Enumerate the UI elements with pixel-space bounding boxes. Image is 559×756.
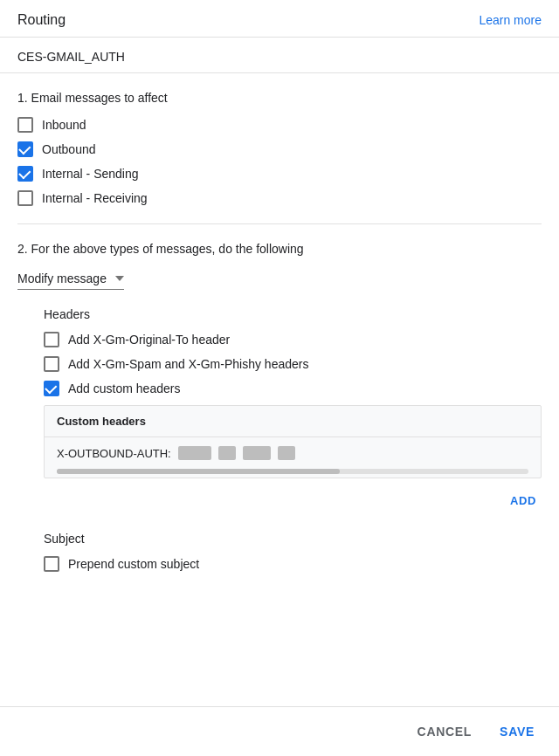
add-button[interactable]: ADD <box>505 491 542 511</box>
checkbox-xgm-spam-phishy-label: Add X-Gm-Spam and X-Gm-Phishy headers <box>68 357 308 371</box>
checkbox-internal-receiving-box[interactable] <box>17 190 33 206</box>
custom-headers-title: Custom headers <box>45 406 541 437</box>
checkbox-add-custom[interactable]: Add custom headers <box>44 381 542 396</box>
scrollbar-track <box>57 469 528 474</box>
section1-label: 1. Email messages to affect <box>17 91 542 105</box>
headers-section: Headers Add X-Gm-Original-To header Add … <box>44 307 542 519</box>
section2-label: 2. For the above types of messages, do t… <box>17 242 542 256</box>
email-type-checkboxes: Inbound Outbound Internal - Sending Inte… <box>17 117 542 206</box>
dropdown-arrow-icon <box>115 276 124 281</box>
section-divider <box>17 223 542 224</box>
checkbox-xgm-spam-phishy-box[interactable] <box>44 356 59 372</box>
checkbox-xgm-original-to-box[interactable] <box>44 332 59 347</box>
checkbox-internal-sending[interactable]: Internal - Sending <box>17 166 542 182</box>
action-dropdown[interactable]: Modify message <box>17 268 124 290</box>
checkbox-prepend-subject-label: Prepend custom subject <box>68 557 199 571</box>
checkbox-inbound[interactable]: Inbound <box>17 117 542 133</box>
action-dropdown-row: Modify message <box>17 268 542 290</box>
header-val-3 <box>243 446 271 460</box>
save-button[interactable]: SAVE <box>493 719 542 744</box>
learn-more-link[interactable]: Learn more <box>479 13 542 27</box>
checkbox-xgm-original-to[interactable]: Add X-Gm-Original-To header <box>44 332 542 347</box>
checkbox-inbound-box[interactable] <box>17 117 33 133</box>
scrollbar-thumb <box>57 469 340 474</box>
header-val-4 <box>278 446 295 460</box>
header-val-1 <box>178 446 211 460</box>
header-val-2 <box>218 446 236 460</box>
checkbox-add-custom-box[interactable] <box>44 381 59 396</box>
subject-label: Subject <box>44 532 542 546</box>
checkbox-internal-sending-label: Internal - Sending <box>42 167 139 181</box>
checkbox-prepend-subject-box[interactable] <box>44 556 59 572</box>
header-key: X-OUTBOUND-AUTH: <box>57 447 171 460</box>
page-header: Routing Learn more <box>0 0 559 38</box>
name-section: CES-GMAIL_AUTH <box>0 38 559 73</box>
subject-indent: Subject Prepend custom subject <box>44 532 542 572</box>
page-title: Routing <box>17 12 66 28</box>
add-row: ADD <box>44 487 542 519</box>
checkbox-internal-receiving[interactable]: Internal - Receiving <box>17 190 542 206</box>
checkbox-add-custom-label: Add custom headers <box>68 381 180 395</box>
checkbox-xgm-spam-phishy[interactable]: Add X-Gm-Spam and X-Gm-Phishy headers <box>44 356 542 372</box>
scrollbar-row <box>45 469 541 474</box>
custom-headers-box: Custom headers X-OUTBOUND-AUTH: <box>44 405 542 478</box>
checkbox-internal-sending-box[interactable] <box>17 166 33 182</box>
rule-name: CES-GMAIL_AUTH <box>17 50 125 64</box>
custom-headers-row: X-OUTBOUND-AUTH: <box>45 437 541 469</box>
checkbox-inbound-label: Inbound <box>42 118 86 132</box>
checkbox-internal-receiving-label: Internal - Receiving <box>42 191 148 205</box>
checkbox-outbound-box[interactable] <box>17 141 33 157</box>
checkbox-outbound-label: Outbound <box>42 142 96 156</box>
checkbox-prepend-subject[interactable]: Prepend custom subject <box>44 556 542 572</box>
footer: CANCEL SAVE <box>0 706 559 756</box>
dropdown-value: Modify message <box>17 271 107 285</box>
cancel-button[interactable]: CANCEL <box>411 719 480 744</box>
checkbox-xgm-original-to-label: Add X-Gm-Original-To header <box>68 333 230 347</box>
headers-label: Headers <box>44 307 542 321</box>
content-area: 1. Email messages to affect Inbound Outb… <box>0 73 559 650</box>
subject-section: Subject Prepend custom subject <box>17 532 542 572</box>
checkbox-outbound[interactable]: Outbound <box>17 141 542 157</box>
